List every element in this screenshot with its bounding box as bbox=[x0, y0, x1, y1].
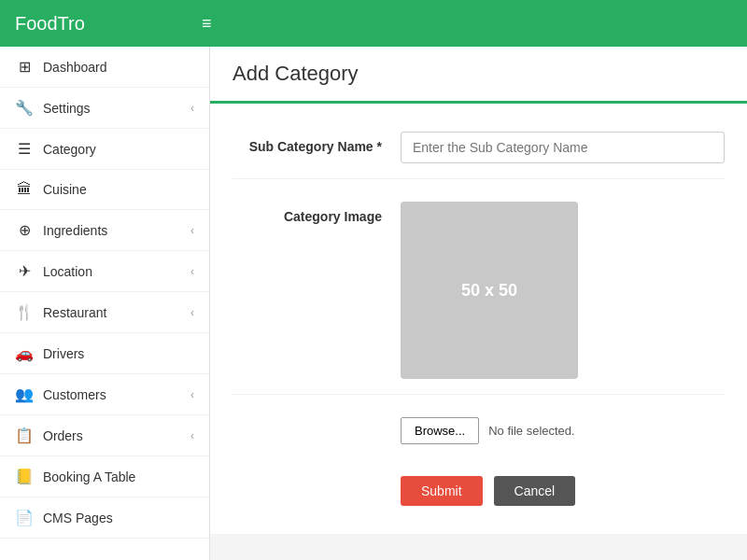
location-icon: ✈ bbox=[15, 262, 34, 280]
chevron-right-icon: ‹ bbox=[190, 429, 194, 442]
sidebar-label-location: Location bbox=[43, 264, 92, 279]
sub-category-input-wrap bbox=[401, 132, 725, 163]
top-navbar: FoodTro ≡ bbox=[0, 0, 747, 47]
file-label: No file selected. bbox=[488, 424, 575, 438]
sidebar-item-cms[interactable]: 📄 CMS Pages bbox=[0, 497, 209, 539]
file-row: Browse... No file selected. bbox=[401, 417, 725, 444]
sidebar-label-dashboard: Dashboard bbox=[43, 60, 107, 75]
sidebar-label-ingredients: Ingredients bbox=[43, 223, 107, 238]
sidebar-item-booking[interactable]: 📒 Booking A Table bbox=[0, 456, 209, 497]
sidebar-label-category: Category bbox=[43, 142, 96, 157]
sub-category-row: Sub Category Name * bbox=[233, 132, 725, 179]
sidebar-label-cms: CMS Pages bbox=[43, 511, 113, 525]
sub-category-input[interactable] bbox=[401, 132, 725, 163]
chevron-right-icon: ‹ bbox=[190, 102, 194, 115]
category-icon: ☰ bbox=[15, 140, 34, 158]
sidebar-label-cuisine: Cuisine bbox=[43, 182, 87, 197]
sidebar: ⊞ Dashboard 🔧 Settings ‹ ☰ Category 🏛 Cu… bbox=[0, 47, 210, 560]
category-image-row: Category Image 50 x 50 bbox=[233, 202, 725, 395]
orders-icon: 📋 bbox=[15, 427, 34, 444]
form-container: Sub Category Name * Category Image 50 x … bbox=[210, 104, 747, 534]
chevron-right-icon: ‹ bbox=[190, 265, 194, 278]
sidebar-item-settings[interactable]: 🔧 Settings ‹ bbox=[0, 88, 209, 129]
sidebar-item-drivers[interactable]: 🚗 Drivers bbox=[0, 333, 209, 374]
chevron-right-icon: ‹ bbox=[190, 224, 194, 237]
dashboard-icon: ⊞ bbox=[15, 58, 34, 76]
browse-button[interactable]: Browse... bbox=[401, 417, 479, 444]
image-placeholder: 50 x 50 bbox=[401, 202, 578, 379]
sidebar-item-orders[interactable]: 📋 Orders ‹ bbox=[0, 415, 209, 456]
brand-logo: FoodTro bbox=[15, 13, 202, 35]
sidebar-label-booking: Booking A Table bbox=[43, 469, 135, 484]
sidebar-item-cuisine[interactable]: 🏛 Cuisine bbox=[0, 170, 209, 210]
image-placeholder-wrap: 50 x 50 bbox=[401, 202, 725, 379]
page-title: Add Category bbox=[233, 62, 725, 86]
booking-icon: 📒 bbox=[15, 468, 34, 485]
sub-category-label: Sub Category Name * bbox=[233, 132, 401, 154]
sidebar-item-dashboard[interactable]: ⊞ Dashboard bbox=[0, 47, 209, 88]
hamburger-menu-icon[interactable]: ≡ bbox=[202, 14, 212, 34]
sidebar-label-restaurant: Restaurant bbox=[43, 305, 106, 320]
chevron-right-icon: ‹ bbox=[190, 306, 194, 319]
action-row: Submit Cancel bbox=[401, 467, 725, 506]
cms-icon: 📄 bbox=[15, 509, 34, 526]
brand-light: Tro bbox=[58, 13, 85, 34]
chevron-right-icon: ‹ bbox=[190, 388, 194, 401]
restaurant-icon: 🍴 bbox=[15, 303, 34, 321]
page-header: Add Category bbox=[210, 47, 747, 104]
settings-icon: 🔧 bbox=[15, 99, 34, 117]
cancel-button[interactable]: Cancel bbox=[494, 476, 576, 506]
submit-button[interactable]: Submit bbox=[401, 476, 483, 506]
sidebar-label-orders: Orders bbox=[43, 428, 83, 443]
image-size-text: 50 x 50 bbox=[461, 281, 517, 301]
brand-bold: Food bbox=[15, 13, 58, 34]
sidebar-label-drivers: Drivers bbox=[43, 346, 84, 361]
sidebar-item-ingredients[interactable]: ⊕ Ingredients ‹ bbox=[0, 210, 209, 251]
sidebar-item-category[interactable]: ☰ Category bbox=[0, 129, 209, 170]
sidebar-label-customers: Customers bbox=[43, 387, 106, 402]
drivers-icon: 🚗 bbox=[15, 344, 34, 362]
category-image-label: Category Image bbox=[233, 202, 401, 224]
sidebar-label-settings: Settings bbox=[43, 101, 91, 116]
main-layout: ⊞ Dashboard 🔧 Settings ‹ ☰ Category 🏛 Cu… bbox=[0, 47, 747, 560]
cuisine-icon: 🏛 bbox=[15, 181, 34, 198]
sidebar-item-restaurant[interactable]: 🍴 Restaurant ‹ bbox=[0, 292, 209, 333]
sidebar-item-customers[interactable]: 👥 Customers ‹ bbox=[0, 374, 209, 415]
content-area: Add Category Sub Category Name * Categor… bbox=[210, 47, 747, 560]
ingredients-icon: ⊕ bbox=[15, 221, 34, 239]
sidebar-item-location[interactable]: ✈ Location ‹ bbox=[0, 251, 209, 292]
customers-icon: 👥 bbox=[15, 385, 34, 403]
